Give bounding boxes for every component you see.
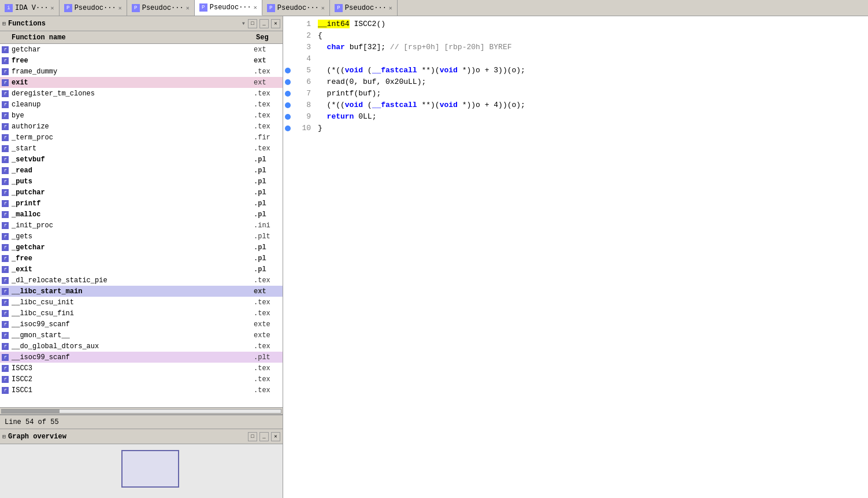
function-type-icon: f bbox=[0, 374, 10, 385]
line-content: char buf[32]; // [rsp+0h] [rbp-20h] BYRE… bbox=[316, 42, 868, 53]
code-line: 5 (*((void (__fastcall **)(void *))o + 3… bbox=[283, 65, 868, 76]
function-list-item[interactable]: f_puts.pl bbox=[0, 176, 283, 187]
function-list-item[interactable]: ffreeext bbox=[0, 55, 283, 66]
function-list-item[interactable]: f__libc_start_mainext bbox=[0, 286, 283, 297]
graph-content bbox=[0, 444, 283, 498]
function-name: __libc_start_main bbox=[10, 287, 254, 296]
function-type-icon: f bbox=[0, 341, 10, 352]
scrollbar-thumb[interactable] bbox=[2, 410, 60, 413]
tab-pseudo-1[interactable]: P Pseudoc··· ✕ bbox=[60, 0, 127, 16]
function-name: _putchar bbox=[10, 189, 254, 197]
function-list-item[interactable]: f_putchar.pl bbox=[0, 187, 283, 198]
breakpoint-indicator bbox=[283, 79, 292, 85]
function-name: _free bbox=[10, 254, 254, 263]
function-list-item[interactable]: fexitext bbox=[0, 77, 283, 88]
breakpoint-indicator bbox=[283, 68, 292, 73]
graph-panel-close-btn[interactable]: ✕ bbox=[271, 432, 280, 441]
col-seg-header: Seg bbox=[254, 34, 283, 42]
line-number: 10 bbox=[292, 123, 316, 134]
function-type-icon: f bbox=[0, 198, 10, 209]
function-type-icon: f bbox=[0, 132, 10, 143]
code-line: 4 bbox=[283, 53, 868, 65]
function-name: _printf bbox=[10, 200, 254, 208]
tab-close-pseudo2[interactable]: ✕ bbox=[186, 5, 190, 12]
function-name: _puts bbox=[10, 178, 254, 186]
function-list-item[interactable]: fauthorize.tex bbox=[0, 121, 283, 132]
function-list-item[interactable]: fcleanup.tex bbox=[0, 99, 283, 110]
function-list-item[interactable]: f_printf.pl bbox=[0, 198, 283, 209]
function-segment: .pl bbox=[254, 265, 283, 274]
functions-panel-restore-btn[interactable]: □ bbox=[248, 19, 257, 28]
function-type-icon: f bbox=[0, 99, 10, 110]
function-type-icon: f bbox=[0, 209, 10, 220]
graph-panel-minimize-btn[interactable]: _ bbox=[259, 432, 269, 441]
line-content: } bbox=[316, 123, 868, 134]
function-list-item[interactable]: f_free.pl bbox=[0, 253, 283, 264]
breakpoint-indicator bbox=[283, 102, 292, 108]
function-list-item[interactable]: f__do_global_dtors_aux.tex bbox=[0, 341, 283, 352]
function-list-item[interactable]: f_dl_relocate_static_pie.tex bbox=[0, 275, 283, 286]
function-list-item[interactable]: fISCC1.tex bbox=[0, 385, 283, 396]
tab-close-pseudo1[interactable]: ✕ bbox=[118, 5, 122, 12]
function-list-item[interactable]: fbye.tex bbox=[0, 110, 283, 121]
function-type-icon: f bbox=[0, 385, 10, 396]
function-list-item[interactable]: fderegister_tm_clones.tex bbox=[0, 88, 283, 99]
function-list-item[interactable]: fframe_dummy.tex bbox=[0, 66, 283, 77]
tab-close-pseudo5[interactable]: ✕ bbox=[389, 5, 392, 12]
tab-icon-ida: i bbox=[5, 4, 13, 12]
function-list-item[interactable]: f_gets.plt bbox=[0, 231, 283, 242]
function-list-item[interactable]: f__libc_csu_fini.tex bbox=[0, 308, 283, 319]
tab-ida-view[interactable]: i IDA V··· ✕ bbox=[0, 0, 60, 16]
breakpoint-dot bbox=[285, 114, 291, 120]
function-list-item[interactable]: f__libc_csu_init.tex bbox=[0, 297, 283, 308]
tab-pseudo-5[interactable]: P Pseudoc··· ✕ bbox=[330, 0, 398, 16]
function-list-item[interactable]: fISCC3.tex bbox=[0, 363, 283, 374]
function-list-item[interactable]: f__gmon_start__exte bbox=[0, 330, 283, 341]
function-type-icon: f bbox=[0, 297, 10, 308]
function-segment: .tex bbox=[254, 145, 283, 153]
tab-icon-pseudo3: P bbox=[199, 3, 207, 12]
function-list-item[interactable]: fgetcharext bbox=[0, 44, 283, 55]
function-list-item[interactable]: f_getchar.pl bbox=[0, 242, 283, 253]
tab-close-pseudo3[interactable]: ✕ bbox=[254, 4, 257, 11]
breakpoint-dot bbox=[285, 68, 291, 73]
function-list-item[interactable]: f_exit.pl bbox=[0, 264, 283, 275]
tab-pseudo-3[interactable]: P Pseudoc··· ✕ bbox=[195, 0, 262, 16]
scrollbar-track[interactable] bbox=[1, 409, 281, 414]
function-segment: ext bbox=[254, 57, 283, 65]
horizontal-scrollbar[interactable] bbox=[0, 407, 283, 414]
function-list-item[interactable]: f_term_proc.fir bbox=[0, 132, 283, 143]
graph-panel: ⊞ Graph overview □ _ ✕ bbox=[0, 429, 283, 498]
function-type-icon: f bbox=[0, 253, 10, 264]
function-list-item[interactable]: f_init_proc.ini bbox=[0, 220, 283, 231]
tab-pseudo-2[interactable]: P Pseudoc··· ✕ bbox=[127, 0, 195, 16]
function-list-item[interactable]: fISCC2.tex bbox=[0, 374, 283, 385]
tab-label-pseudo1: Pseudoc··· bbox=[75, 4, 116, 12]
graph-panel-restore-btn[interactable]: □ bbox=[248, 432, 257, 441]
tab-pseudo-4[interactable]: P Pseudoc··· ✕ bbox=[262, 0, 330, 16]
function-list-item[interactable]: f_start.tex bbox=[0, 143, 283, 154]
code-area[interactable]: 1__int64 ISCC2()2{3 char buf[32]; // [rs… bbox=[283, 16, 868, 498]
functions-panel-close-btn[interactable]: ✕ bbox=[271, 19, 280, 28]
function-list-item[interactable]: f_setvbuf.pl bbox=[0, 154, 283, 165]
function-name: frame_dummy bbox=[10, 68, 254, 76]
breakpoint-indicator bbox=[283, 91, 292, 97]
function-segment: .tex bbox=[254, 342, 283, 351]
function-type-icon: f bbox=[0, 88, 10, 99]
function-type-icon: f bbox=[0, 264, 10, 275]
function-list-item[interactable]: f_malloc.pl bbox=[0, 209, 283, 220]
function-type-icon: f bbox=[0, 319, 10, 330]
function-segment: .tex bbox=[254, 386, 283, 394]
function-name: __isoc99_scanf bbox=[10, 320, 254, 329]
tab-close-pseudo4[interactable]: ✕ bbox=[321, 5, 325, 12]
tab-close-ida[interactable]: ✕ bbox=[51, 5, 54, 12]
function-list-item[interactable]: f__isoc99_scanfexte bbox=[0, 319, 283, 330]
function-type-icon: f bbox=[0, 45, 10, 55]
function-list-item[interactable]: f__isoc99_scanf.plt bbox=[0, 352, 283, 363]
function-segment: .pl bbox=[254, 254, 283, 263]
functions-list[interactable]: fgetcharextffreeextfframe_dummy.texfexit… bbox=[0, 44, 283, 407]
breakpoint-dot bbox=[285, 79, 291, 85]
function-name: _getchar bbox=[10, 244, 254, 252]
function-list-item[interactable]: f_read.pl bbox=[0, 165, 283, 176]
functions-panel-minimize-btn[interactable]: _ bbox=[259, 19, 269, 28]
